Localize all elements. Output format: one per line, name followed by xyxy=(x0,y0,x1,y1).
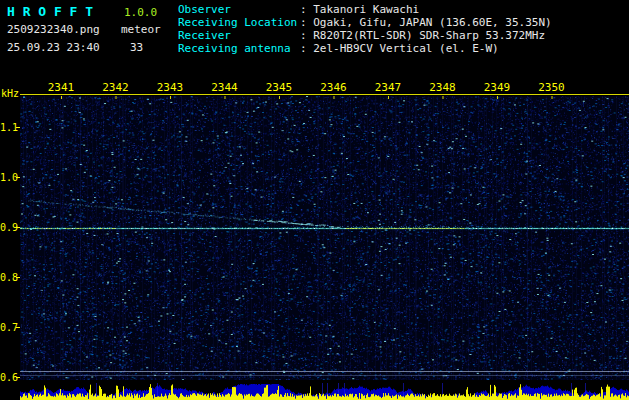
info-value: : 2el-HB9CV Vertical (el. E-W) xyxy=(300,42,499,55)
y-tick-label: 0.8 xyxy=(0,272,17,283)
y-tick-label: 0.7 xyxy=(0,322,17,333)
y-axis-tick xyxy=(16,277,20,278)
y-tick-label: 0.6 xyxy=(0,372,17,383)
info-value: : Takanori Kawachi xyxy=(300,3,419,16)
y-axis-tick xyxy=(16,177,20,178)
info-row: Receiving antenna : 2el-HB9CV Vertical (… xyxy=(178,42,552,55)
hrofft-output: H R O F F T 1.0.0 2509232340.png meteor … xyxy=(0,0,629,400)
info-value: : Ogaki, Gifu, JAPAN (136.60E, 35.35N) xyxy=(300,16,552,29)
x-tick-label: 2341 xyxy=(41,81,81,94)
x-tick-label: 2346 xyxy=(314,81,354,94)
app-title: H R O F F T xyxy=(7,4,93,19)
filename: 2509232340.png xyxy=(7,23,100,36)
info-label: Receiver xyxy=(178,29,300,42)
x-tick-label: 2350 xyxy=(532,81,572,94)
observation-info: Observer : Takanori Kawachi Receiving Lo… xyxy=(178,3,552,55)
info-value: : R820T2(RTL-SDR) SDR-Sharp 53.372MHz xyxy=(300,29,545,42)
app-version: 1.0.0 xyxy=(124,6,157,19)
spectrogram-canvas xyxy=(20,96,629,380)
x-tick-label: 2349 xyxy=(477,81,517,94)
info-row: Observer : Takanori Kawachi xyxy=(178,3,552,16)
info-row: Receiver : R820T2(RTL-SDR) SDR-Sharp 53.… xyxy=(178,29,552,42)
info-label: Receiving antenna xyxy=(178,42,300,55)
y-axis-tick xyxy=(16,377,20,378)
info-label: Receiving Location xyxy=(178,16,300,29)
y-axis-tick xyxy=(16,227,20,228)
x-tick-label: 2343 xyxy=(150,81,190,94)
y-tick-label: 1.1 xyxy=(0,122,17,133)
y-tick-label: 0.9 xyxy=(0,222,17,233)
x-tick-label: 2348 xyxy=(423,81,463,94)
x-tick-label: 2344 xyxy=(205,81,245,94)
echo-count: 33 xyxy=(130,41,143,54)
x-axis-line xyxy=(20,94,629,95)
y-axis-tick xyxy=(16,127,20,128)
x-tick-label: 2345 xyxy=(259,81,299,94)
info-row: Receiving Location : Ogaki, Gifu, JAPAN … xyxy=(178,16,552,29)
signal-level-strip xyxy=(20,383,629,400)
mode-label: meteor xyxy=(121,23,161,36)
info-label: Observer xyxy=(178,3,300,16)
x-tick-label: 2347 xyxy=(368,81,408,94)
y-axis-tick xyxy=(16,327,20,328)
datetime: 25.09.23 23:40 xyxy=(7,41,100,54)
y-tick-label: 1.0 xyxy=(0,172,17,183)
y-axis-unit: kHz xyxy=(1,88,19,99)
x-tick-label: 2342 xyxy=(96,81,136,94)
